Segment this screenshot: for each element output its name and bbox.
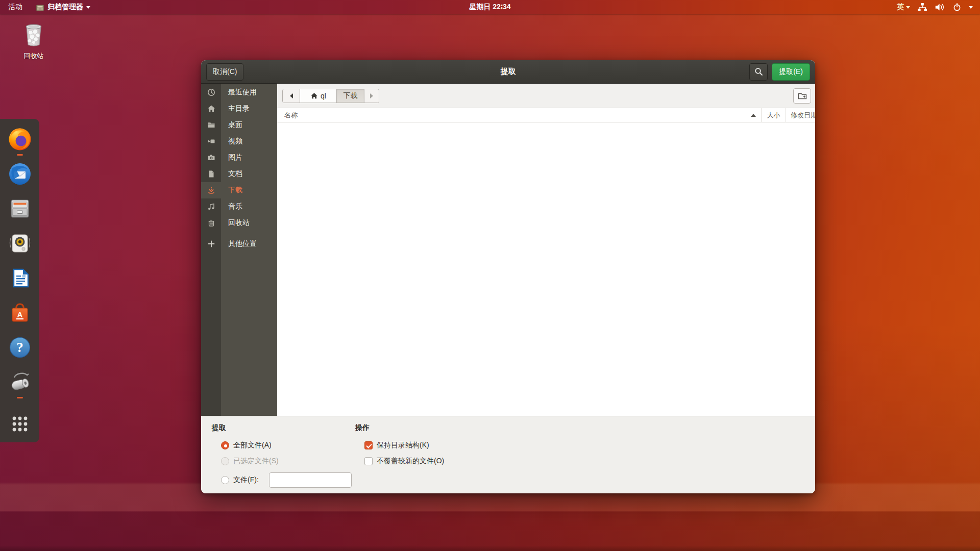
- column-header-modified[interactable]: 修改日期: [786, 108, 815, 122]
- new-folder-icon: [798, 92, 807, 100]
- checkbox-keep-structure[interactable]: 保持目录结构(K): [364, 441, 429, 450]
- photo-camera-icon: [201, 149, 221, 166]
- sidebar-item-home[interactable]: 主目录: [201, 101, 277, 117]
- sidebar-item-videos[interactable]: 视频: [201, 133, 277, 149]
- thunderbird-icon: [8, 162, 32, 186]
- sidebar-item-music[interactable]: 音乐: [201, 198, 277, 215]
- checkbox-checked-icon[interactable]: [364, 441, 373, 449]
- dock-item-help[interactable]: ?: [6, 335, 34, 370]
- extract-section-title: 提取: [212, 423, 226, 433]
- dock-item-firefox[interactable]: [6, 127, 34, 162]
- desktop-trash-icon[interactable]: 回收站: [14, 21, 53, 61]
- extract-options-panel: 提取 全部文件(A) 已选定文件(S) 文件(F): 操作 保持目录结构(K) …: [201, 416, 815, 493]
- trash-label: 回收站: [14, 52, 53, 61]
- pathbar-row: ql 下载: [277, 84, 815, 108]
- path-forward-button[interactable]: [364, 89, 379, 103]
- plus-icon: [201, 236, 221, 252]
- radio-unselected-icon[interactable]: [221, 476, 229, 484]
- chevron-down-icon: [906, 6, 910, 9]
- folder-icon: [201, 117, 221, 133]
- dock-item-libreoffice-writer[interactable]: [6, 266, 34, 300]
- running-indicator: [17, 397, 23, 398]
- sidebar-item-other-locations[interactable]: 其他位置: [201, 236, 277, 252]
- running-indicator: [17, 154, 23, 156]
- file-pattern-input[interactable]: [269, 472, 352, 488]
- rhythmbox-icon: [8, 231, 32, 256]
- places-sidebar: 最近使用 主目录 桌面 视频 图片 文档: [201, 84, 277, 416]
- document-icon: [201, 166, 221, 182]
- pathbar: ql 下载: [282, 89, 379, 103]
- svg-text:?: ?: [16, 340, 23, 355]
- arrow-right-icon: [370, 93, 373, 98]
- firefox-icon: [8, 127, 32, 152]
- video-camera-icon: [201, 133, 221, 149]
- sort-ascending-icon: [751, 114, 756, 117]
- checkbox-unchecked-icon[interactable]: [364, 457, 373, 465]
- activities-button[interactable]: 活动: [6, 0, 24, 14]
- sidebar-item-pictures[interactable]: 图片: [201, 149, 277, 166]
- dock-item-archive-manager[interactable]: [6, 370, 34, 405]
- dock-item-files[interactable]: [6, 196, 34, 231]
- sidebar-item-desktop[interactable]: 桌面: [201, 117, 277, 133]
- file-browser: ql 下载 名称 大小 修改日期: [277, 84, 815, 416]
- sidebar-item-recent[interactable]: 最近使用: [201, 84, 277, 101]
- svg-text:A: A: [17, 310, 22, 319]
- home-icon: [201, 101, 221, 117]
- dialog-headerbar: 提取 取消(C) 提取(E): [201, 60, 815, 84]
- radio-all-files[interactable]: 全部文件(A): [221, 441, 272, 450]
- extract-button[interactable]: 提取(E): [772, 63, 810, 81]
- search-button[interactable]: [749, 63, 768, 81]
- new-folder-button[interactable]: [793, 88, 811, 104]
- path-back-button[interactable]: [283, 89, 300, 103]
- dock-item-ubuntu-software[interactable]: A: [6, 300, 34, 335]
- top-bar: 星期日 22∶34 活动 归档管理器 英: [0, 0, 980, 14]
- download-icon: [201, 182, 221, 198]
- language-indicator[interactable]: 英: [897, 3, 910, 12]
- trash-icon: [201, 215, 221, 231]
- power-icon[interactable]: [952, 3, 962, 12]
- home-icon: [310, 92, 318, 99]
- recent-icon: [201, 84, 221, 101]
- music-icon: [201, 198, 221, 215]
- network-icon[interactable]: [917, 3, 927, 12]
- sidebar-item-documents[interactable]: 文档: [201, 166, 277, 182]
- radio-selected-icon[interactable]: [221, 441, 229, 449]
- checkbox-no-overwrite[interactable]: 不覆盖较新的文件(O): [364, 457, 444, 466]
- files-cabinet-icon: [8, 196, 32, 221]
- path-current-button[interactable]: 下载: [337, 89, 364, 103]
- cancel-button[interactable]: 取消(C): [206, 63, 243, 81]
- sidebar-item-downloads[interactable]: 下载: [201, 182, 277, 198]
- dialog-title: 提取: [201, 67, 815, 77]
- system-status-area[interactable]: 英: [897, 3, 980, 12]
- volume-icon[interactable]: [935, 3, 945, 12]
- app-menu[interactable]: 归档管理器: [34, 0, 92, 14]
- radio-selected-files[interactable]: 已选定文件(S): [221, 457, 279, 466]
- libreoffice-writer-icon: [8, 266, 32, 290]
- column-header-size[interactable]: 大小: [761, 108, 786, 122]
- search-icon: [754, 67, 763, 76]
- file-list-empty[interactable]: [277, 122, 815, 416]
- ubuntu-software-icon: A: [8, 300, 32, 325]
- app-grid-icon: [8, 412, 32, 436]
- sidebar-item-trash[interactable]: 回收站: [201, 215, 277, 231]
- extract-dialog: 提取 取消(C) 提取(E) 最近使用 主目录 桌面: [201, 60, 815, 493]
- list-column-headers: 名称 大小 修改日期: [277, 108, 815, 122]
- dock-item-thunderbird[interactable]: [6, 162, 34, 196]
- column-header-name[interactable]: 名称: [277, 108, 761, 122]
- dock: A ?: [0, 119, 39, 442]
- dock-item-rhythmbox[interactable]: [6, 231, 34, 266]
- archive-manager-icon: [8, 370, 32, 394]
- arrow-left-icon: [290, 93, 293, 98]
- system-menu-chevron-icon[interactable]: [969, 6, 973, 9]
- path-home-button[interactable]: ql: [300, 89, 337, 103]
- dock-item-app-grid[interactable]: [6, 412, 34, 442]
- radio-file-pattern[interactable]: 文件(F):: [221, 472, 352, 488]
- radio-disabled-icon: [221, 457, 229, 465]
- help-icon: ?: [8, 335, 32, 360]
- trash-full-icon: [21, 21, 46, 48]
- archive-manager-small-icon: [36, 3, 44, 12]
- chevron-down-icon: [86, 6, 90, 9]
- action-section-title: 操作: [355, 423, 370, 433]
